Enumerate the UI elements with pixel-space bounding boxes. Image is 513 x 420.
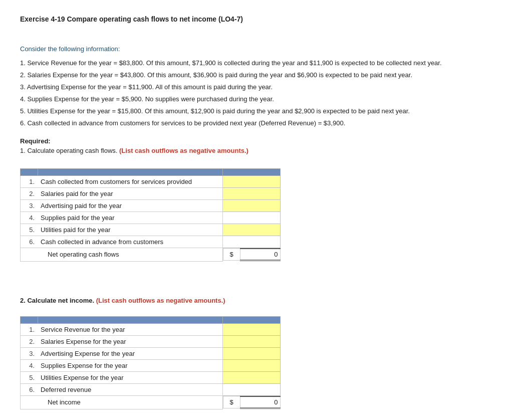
dollar-sign-1: $ <box>223 249 240 261</box>
t2-row5-label: Utilities Expense for the year <box>38 371 222 383</box>
t2-row1-num: 1. <box>21 323 38 335</box>
total-value-1: 0 <box>240 249 280 261</box>
t2-row3-input[interactable] <box>226 349 277 358</box>
info-item-6: 6. Cash collected in advance from custom… <box>20 118 493 129</box>
table-row: 3. Advertising Expense for the year <box>21 347 281 359</box>
info-list: 1. Service Revenue for the year = $83,80… <box>20 58 493 129</box>
t2-row4-label: Supplies Expense for the year <box>38 359 222 371</box>
row5-input-cell[interactable] <box>222 224 280 236</box>
total-value-2: 0 <box>240 396 280 408</box>
row6-input[interactable] <box>226 238 277 246</box>
dollar-sign-2: $ <box>223 396 240 408</box>
table-row: 2. Salaries paid for the year <box>21 187 281 199</box>
row6-num: 6. <box>21 236 38 248</box>
t2-row1-input-cell[interactable] <box>222 323 280 335</box>
t2-row3-input-cell[interactable] <box>222 347 280 359</box>
t2-row4-num: 4. <box>21 359 38 371</box>
row5-label: Utilities paid for the year <box>38 224 222 236</box>
t2-header-input <box>222 316 280 323</box>
t2-row2-input-cell[interactable] <box>222 335 280 347</box>
table2: 1. Service Revenue for the year 2. Salar… <box>20 316 281 409</box>
required-label: Required: <box>20 137 493 145</box>
t2-row2-label: Salaries Expense for the year <box>38 335 222 347</box>
table-row: 4. Supplies Expense for the year <box>21 359 281 371</box>
row3-input[interactable] <box>226 201 277 210</box>
table2-container: 1. Service Revenue for the year 2. Salar… <box>20 316 281 409</box>
table2-header-row <box>21 316 281 323</box>
total-row: Net operating cash flows $ 0 <box>21 248 281 261</box>
t2-header-label <box>38 316 222 323</box>
table-row: 5. Utilities Expense for the year <box>21 371 281 383</box>
table1-header-row <box>21 168 281 175</box>
table-row: 2. Salaries Expense for the year <box>21 335 281 347</box>
total-num <box>21 248 38 261</box>
header-label-col <box>38 168 222 175</box>
t2-row6-label: Deferred revenue <box>38 383 222 395</box>
info-item-5: 5. Utilities Expense for the year = $15,… <box>20 106 493 117</box>
row4-input[interactable] <box>226 214 277 222</box>
row6-input-cell[interactable] <box>222 236 280 248</box>
t2-row5-input[interactable] <box>226 373 277 382</box>
info-item-3: 3. Advertising Expense for the year = $1… <box>20 82 493 93</box>
row1-input[interactable] <box>226 177 277 186</box>
t2-row2-input[interactable] <box>226 337 277 346</box>
table-row: 1. Cash collected from customers for ser… <box>21 175 281 187</box>
t2-row6-num: 6. <box>21 383 38 395</box>
page-title: Exercise 4-19 Compare operating cash flo… <box>20 15 493 23</box>
t2-total-row: Net income $ 0 <box>21 395 281 409</box>
t2-row5-num: 5. <box>21 371 38 383</box>
row4-label: Supplies paid for the year <box>38 212 222 224</box>
row5-input[interactable] <box>226 226 277 234</box>
t2-row3-label: Advertising Expense for the year <box>38 347 222 359</box>
t2-row6-input-cell[interactable] <box>222 383 280 395</box>
row1-label: Cash collected from customers for servic… <box>38 175 222 187</box>
t2-row2-num: 2. <box>21 335 38 347</box>
required-section: Required: 1. Calculate operating cash fl… <box>20 137 493 154</box>
row5-num: 5. <box>21 224 38 236</box>
header-input-col <box>222 168 280 175</box>
table1: 1. Cash collected from customers for ser… <box>20 168 281 262</box>
info-item-4: 4. Supplies Expense for the year = $5,90… <box>20 94 493 105</box>
row2-input-cell[interactable] <box>222 187 280 199</box>
consider-text: Consider the following information: <box>20 45 493 53</box>
row4-input-cell[interactable] <box>222 212 280 224</box>
row1-input-cell[interactable] <box>222 175 280 187</box>
t2-row1-input[interactable] <box>226 325 277 334</box>
t2-total-label: Net income <box>38 395 222 409</box>
table-row: 5. Utilities paid for the year <box>21 224 281 236</box>
table-row: 4. Supplies paid for the year <box>21 212 281 224</box>
row2-label: Salaries paid for the year <box>38 187 222 199</box>
t2-row4-input-cell[interactable] <box>222 359 280 371</box>
t2-header-num <box>21 316 38 323</box>
part2-heading: 2. Calculate net income. (List cash outf… <box>20 297 493 304</box>
t2-row4-input[interactable] <box>226 361 277 370</box>
info-item-2: 2. Salaries Expense for the year = $43,8… <box>20 70 493 81</box>
table-row: 3. Advertising paid for the year <box>21 199 281 212</box>
t2-total-num <box>21 395 38 409</box>
table-row: 1. Service Revenue for the year <box>21 323 281 335</box>
part1-instruction: 1. Calculate operating cash flows. (List… <box>20 147 493 154</box>
row6-label: Cash collected in advance from customers <box>38 236 222 248</box>
info-item-1: 1. Service Revenue for the year = $83,80… <box>20 58 493 69</box>
t2-row6-input[interactable] <box>226 385 277 394</box>
row1-num: 1. <box>21 175 38 187</box>
t2-row5-input-cell[interactable] <box>222 371 280 383</box>
row3-input-cell[interactable] <box>222 199 280 212</box>
t2-row3-num: 3. <box>21 347 38 359</box>
table-row: 6. Cash collected in advance from custom… <box>21 236 281 248</box>
total-label: Net operating cash flows <box>38 248 222 261</box>
row4-num: 4. <box>21 212 38 224</box>
table-row: 6. Deferred revenue <box>21 383 281 395</box>
header-num-col <box>21 168 38 175</box>
table1-container: 1. Cash collected from customers for ser… <box>20 168 281 262</box>
t2-row1-label: Service Revenue for the year <box>38 323 222 335</box>
row2-input[interactable] <box>226 189 277 198</box>
row3-label: Advertising paid for the year <box>38 199 222 212</box>
row3-num: 3. <box>21 199 38 212</box>
row2-num: 2. <box>21 187 38 199</box>
